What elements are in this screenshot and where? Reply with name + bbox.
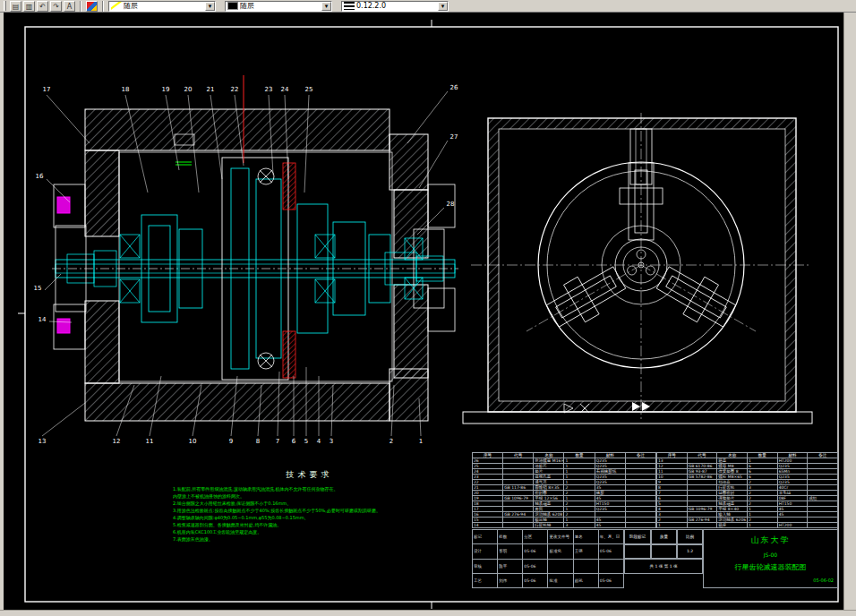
- balloon-number: 10: [189, 438, 197, 445]
- window-edge-bottom: [0, 610, 856, 616]
- balloon-number: 11: [146, 438, 154, 445]
- balloon-number: 14: [39, 316, 47, 323]
- scale-block: 阶段标记 质量 比例 1:2 共 1 张 第 1 张: [624, 529, 703, 588]
- table-cell: 分区: [523, 530, 548, 544]
- balloon-number: 12: [113, 438, 121, 445]
- lineweight-combo[interactable]: 0.12.2.0 ▾: [341, 1, 449, 12]
- table-cell: [687, 523, 717, 528]
- drawing-date: 05-06-02: [813, 578, 837, 583]
- table-cell: 14: [473, 523, 503, 528]
- balloon-number: 2: [389, 438, 393, 445]
- balloon-number: 8: [256, 438, 260, 445]
- table-cell: 处数: [498, 530, 523, 544]
- balloon-number: 28: [447, 201, 455, 208]
- new-icon[interactable]: ▤: [10, 1, 21, 12]
- list-item: 4.调整轴承轴向间隙:φ40为0.05~0.1mm,φ55为0.08~0.15m…: [173, 514, 446, 521]
- parts-list: 序号代号名称数量材料备注26放油螺塞 M16×1.51Q23525油标尺1Q23…: [472, 452, 838, 528]
- balloon-number: 3: [330, 438, 333, 445]
- balloon-number: 18: [122, 86, 130, 93]
- table-cell: 05-06: [598, 573, 623, 587]
- table-cell: [625, 523, 655, 528]
- chevron-down-icon[interactable]: ▾: [438, 2, 448, 11]
- table-cell: 标准化: [548, 544, 573, 559]
- lineweight-value: 0.12.2.0: [356, 2, 438, 10]
- table-cell: 陈平: [498, 559, 523, 573]
- tech-req-lines: 1.装配前,所有零件用煤油清洗,滚动轴承用汽油清洗,机体内不允许有任何杂物存在。…: [173, 485, 446, 543]
- list-item: 2.啮合侧隙之大小用铅丝来检验,保证侧隙不小于0.16mm。: [173, 500, 446, 507]
- chevron-down-icon[interactable]: ▾: [205, 2, 215, 11]
- linetype-value: 随层: [240, 1, 321, 11]
- balloon-number: 23: [265, 86, 273, 93]
- lineweight-icon: [344, 2, 355, 10]
- table-cell: 王强: [573, 544, 598, 559]
- balloon-number: 1: [419, 438, 423, 445]
- table-cell: [573, 559, 598, 573]
- list-item: 3.用涂色法检验斑点:按齿高接触斑点不少于40%;按齿长接触斑点不少于50%,必…: [173, 507, 446, 514]
- list-item: 5.检查减速器剖分面、各接触面及密封处,均不许漏油。: [173, 521, 446, 528]
- table-cell: 赵凯: [573, 573, 598, 587]
- table-cell: [598, 559, 623, 573]
- table-cell: 3: [564, 523, 595, 528]
- table-cell: 签名: [573, 530, 598, 544]
- table-cell: 行星轮轴: [534, 523, 564, 528]
- table-cell: 设计: [473, 544, 498, 559]
- table-cell: 05-06: [523, 559, 548, 573]
- balloon-number: 27: [450, 133, 458, 141]
- table-cell: 标记: [473, 530, 498, 544]
- drawing-number: JS-00: [764, 552, 777, 558]
- list-item: 内壁涂上不被机油侵蚀的涂料两次。: [173, 492, 446, 500]
- separator: [102, 1, 104, 12]
- table-cell: [808, 523, 838, 528]
- table-cell: 刘伟: [498, 573, 523, 587]
- stage-label: 阶段标记: [624, 529, 651, 544]
- sheet-count: 共 1 张 第 1 张: [624, 559, 703, 574]
- table-cell: 审核: [473, 559, 498, 573]
- toolbar: ▤ ▥ ↶ ↷ A 随层 ▾ 随层 ▾ 0.12.2.0 ▾: [0, 0, 856, 13]
- color-combo[interactable]: 随层 ▾: [108, 1, 216, 12]
- table-cell: [503, 523, 534, 528]
- balloon-number: 6: [292, 438, 296, 445]
- table-cell: 圆锥销 8×35: [534, 485, 564, 491]
- pencil-icon: [111, 2, 122, 10]
- table-cell: 李明: [498, 544, 523, 559]
- table-cell: 05-06: [523, 573, 548, 587]
- table-cell: [548, 559, 573, 573]
- table-cell: 1: [747, 523, 777, 528]
- list-item: 7.表面涂灰色油漆。: [173, 535, 446, 543]
- signature-block: 标记处数分区更改文件号签名年、月、日设计李明05-06标准化王强05-06审核陈…: [472, 529, 624, 588]
- technical-requirements: 技术要求 1.装配前,所有零件用煤油清洗,滚动轴承用汽油清洗,机体内不允许有任何…: [173, 469, 446, 543]
- window-edge-right: [843, 13, 856, 616]
- linetype-icon: [227, 2, 238, 10]
- balloon-number: 19: [162, 86, 170, 93]
- balloon-number: 22: [231, 86, 239, 93]
- chevron-down-icon[interactable]: ▾: [321, 2, 331, 11]
- title-block: 序号代号名称数量材料备注26放油螺塞 M16×1.51Q23525油标尺1Q23…: [472, 452, 838, 589]
- mass-label: 质量: [651, 529, 677, 544]
- window-edge-left: [0, 13, 4, 616]
- undo-icon[interactable]: ↶: [37, 1, 48, 12]
- balloon-number: 24: [281, 86, 289, 93]
- linetype-combo[interactable]: 随层 ▾: [225, 1, 332, 12]
- separator: [80, 1, 81, 12]
- toolbar-grip[interactable]: [4, 1, 6, 11]
- list-item: 6.机座内装CKC100工业齿轮油至规定高度。: [173, 528, 446, 535]
- match-properties-icon[interactable]: [86, 1, 98, 12]
- table-cell: 更改文件号: [548, 530, 573, 544]
- open-icon[interactable]: ▥: [23, 1, 35, 12]
- tech-req-title: 技术要求: [173, 469, 446, 481]
- table-cell: 批准: [548, 573, 573, 587]
- text-style-icon[interactable]: A: [64, 1, 75, 12]
- table-cell: 箱座: [717, 523, 748, 528]
- parts-list-left: 序号代号名称数量材料备注26放油螺塞 M16×1.51Q23525油标尺1Q23…: [472, 452, 656, 528]
- balloon-number: 17: [43, 86, 51, 93]
- balloon-number: 4: [317, 438, 321, 445]
- balloon-number: 5: [304, 438, 308, 445]
- color-value: 随层: [124, 1, 205, 11]
- table-cell: HT200: [777, 523, 808, 528]
- balloon-number: 20: [184, 86, 193, 93]
- redo-icon[interactable]: ↷: [50, 1, 62, 12]
- balloon-number: 21: [207, 86, 215, 93]
- scale-label: 比例: [677, 529, 703, 544]
- parts-list-right: 序号代号名称数量材料备注13箱盖1HT20012GB 6170-86螺母 M86…: [656, 452, 838, 528]
- list-item: 1.装配前,所有零件用煤油清洗,滚动轴承用汽油清洗,机体内不允许有任何杂物存在。: [173, 485, 446, 492]
